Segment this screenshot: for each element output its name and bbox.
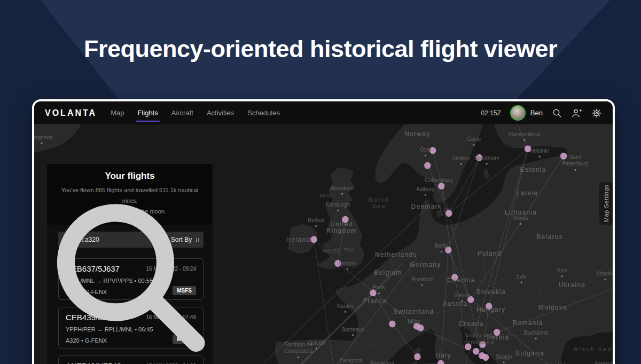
svg-text:Czechia: Czechia: [447, 276, 475, 284]
svg-text:Denmark: Denmark: [411, 203, 442, 210]
svg-text:UnitedKingdom: UnitedKingdom: [326, 220, 356, 234]
map-settings-tab[interactable]: Map Settings: [599, 182, 613, 225]
svg-text:Estonia: Estonia: [520, 165, 546, 173]
svg-text:Norway: Norway: [404, 130, 430, 138]
svg-text:Vilnius: Vilnius: [513, 215, 528, 221]
page-title: Frequency-oriented historical flight vie…: [0, 35, 641, 63]
svg-text:Latvia: Latvia: [517, 189, 538, 197]
svg-text:Belarus: Belarus: [536, 233, 563, 240]
username[interactable]: Ben: [530, 109, 543, 117]
search-icon[interactable]: [552, 108, 562, 118]
svg-text:Qaqortoq: Qaqortoq: [34, 134, 53, 140]
svg-text:Aberdeen: Aberdeen: [331, 185, 354, 191]
svg-text:Italy: Italy: [436, 351, 451, 359]
svg-text:Edinburgh: Edinburgh: [326, 202, 350, 208]
avatar[interactable]: [510, 105, 526, 121]
svg-text:Berlin: Berlin: [435, 243, 448, 249]
tab-flights[interactable]: Flights: [137, 101, 158, 124]
airport-dot[interactable]: [560, 153, 567, 160]
svg-text:SCOT.: SCOT.: [319, 193, 335, 198]
svg-text:Oslo: Oslo: [420, 147, 431, 153]
svg-text:Belfast: Belfast: [308, 217, 324, 223]
search-row: aircraft:a320 Sort By ↓↑: [47, 225, 213, 258]
svg-text:Romania: Romania: [513, 319, 543, 327]
svg-text:Bordeaux: Bordeaux: [341, 326, 364, 332]
svg-text:Barcelona: Barcelona: [370, 361, 394, 364]
tab-schedules[interactable]: Schedules: [247, 101, 280, 124]
svg-text:Aalborg: Aalborg: [416, 186, 435, 192]
svg-text:Skopje: Skopje: [496, 353, 512, 359]
friends-icon[interactable]: [572, 108, 582, 118]
airport-dot[interactable]: [389, 321, 395, 328]
svg-text:Kharkiv: Kharkiv: [596, 271, 613, 276]
island-gotland: [483, 169, 489, 179]
svg-text:Kyiv: Kyiv: [557, 267, 568, 273]
airport-dot[interactable]: [445, 210, 452, 217]
svg-text:Bulgaria: Bulgaria: [515, 350, 544, 357]
svg-text:Frankfurt: Frankfurt: [411, 276, 433, 282]
svg-text:Nantes: Nantes: [337, 303, 354, 309]
map-canvas[interactable]: NorwayDenmarkEstoniaLatviaLithuaniaBelar…: [34, 124, 613, 364]
svg-text:Hungary: Hungary: [476, 306, 505, 313]
svg-text:Orebro: Orebro: [453, 155, 470, 161]
your-flights-panel: Your flights You've flown 865 flights an…: [47, 164, 213, 364]
svg-text:WALES: WALES: [323, 248, 340, 253]
svg-text:Ireland: Ireland: [286, 236, 311, 243]
svg-text:Croatia: Croatia: [458, 320, 484, 328]
zulu-clock: 02:15Z: [481, 109, 501, 117]
airport-dot[interactable]: [417, 325, 424, 331]
volanta-logo: VOLANTA: [45, 108, 97, 118]
svg-text:Vienna: Vienna: [454, 292, 471, 298]
airport-dot[interactable]: [310, 236, 317, 243]
svg-text:ENG.: ENG.: [345, 247, 357, 252]
tab-aircraft[interactable]: Aircraft: [171, 101, 193, 124]
svg-text:Austria: Austria: [443, 299, 467, 307]
airport-dot[interactable]: [424, 162, 431, 169]
svg-text:Belgium: Belgium: [374, 269, 402, 276]
svg-text:Gavle: Gavle: [467, 136, 481, 142]
tab-map[interactable]: Map: [111, 101, 124, 124]
svg-text:Ukraine: Ukraine: [559, 281, 585, 289]
svg-text:Poland: Poland: [478, 250, 502, 257]
island-funen: [436, 210, 443, 217]
svg-text:Switzerland: Switzerland: [393, 308, 434, 315]
svg-text:NorthSea: NorthSea: [369, 196, 389, 210]
svg-text:Netherlands: Netherlands: [375, 251, 417, 258]
svg-text:Milan: Milan: [408, 319, 420, 325]
svg-text:Bucharest: Bucharest: [524, 330, 548, 336]
svg-text:Paris: Paris: [373, 284, 385, 290]
svg-text:London: London: [339, 260, 356, 266]
land-great-britain: [318, 168, 364, 269]
svg-text:Stockholm: Stockholm: [474, 155, 499, 161]
svg-text:Moldova: Moldova: [538, 304, 567, 311]
airport-dot[interactable]: [482, 354, 489, 361]
svg-text:Slovakia: Slovakia: [476, 288, 506, 296]
svg-text:Germany: Germany: [410, 261, 441, 268]
tab-activities[interactable]: Activities: [207, 101, 234, 124]
svg-text:Samsun: Samsun: [595, 361, 613, 364]
airport-dot[interactable]: [414, 353, 420, 360]
svg-text:Oviedo: Oviedo: [308, 339, 325, 345]
svg-text:Lviv: Lviv: [517, 273, 527, 279]
search-icon: [47, 164, 213, 364]
flight-search-input[interactable]: aircraft:a320: [58, 232, 160, 248]
top-navbar: VOLANTA Map Flights Aircraft Activities …: [34, 101, 613, 124]
airport-dot[interactable]: [473, 348, 479, 355]
map-settings-label: Map Settings: [603, 185, 609, 222]
app-window: VOLANTA Map Flights Aircraft Activities …: [32, 99, 615, 364]
navbar-right: 02:15Z Ben: [481, 105, 603, 121]
svg-text:Helsinki: Helsinki: [530, 148, 549, 154]
svg-text:Zaragoza: Zaragoza: [339, 358, 362, 363]
svg-text:Black Sea: Black Sea: [574, 346, 612, 352]
svg-text:France: France: [363, 297, 387, 305]
svg-text:Gothenburg: Gothenburg: [425, 177, 453, 183]
settings-gear-icon[interactable]: [591, 108, 602, 118]
svg-text:Hameenlinna: Hameenlinna: [509, 131, 541, 137]
